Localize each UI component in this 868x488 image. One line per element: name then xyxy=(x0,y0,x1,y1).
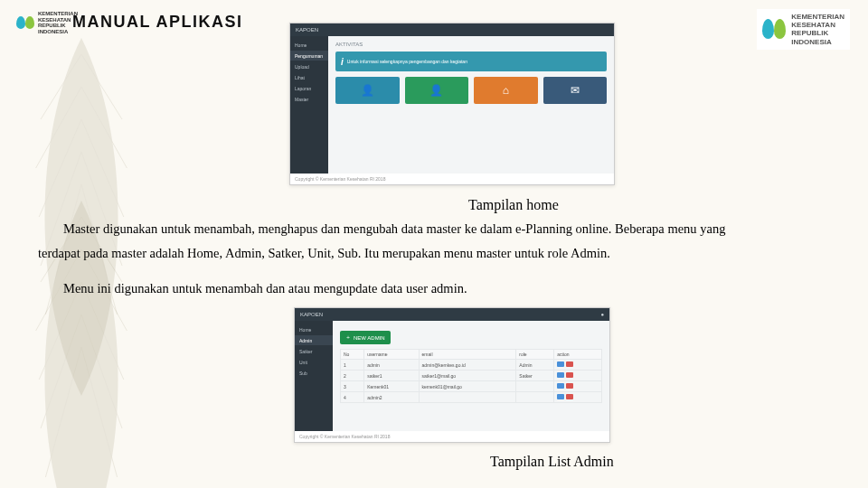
sidebar-item: Admin xyxy=(295,335,333,345)
ss-home-topbar: KAPOEN xyxy=(290,23,614,36)
delete-icon xyxy=(566,372,573,378)
screenshot-admin: KAPOEN ● Home Admin Satker Unit Sub ＋ NE… xyxy=(294,307,610,443)
td: admin@kemkes.go.id xyxy=(419,360,516,371)
td-action xyxy=(554,371,602,381)
td-action xyxy=(554,360,602,371)
caption-admin: Tampilan List Admin xyxy=(490,454,614,470)
paragraph-master-cont: terdapat pada master adalah Home, Admin,… xyxy=(38,241,839,267)
admin-table: No username email role action 1adminadmi… xyxy=(340,349,602,403)
edit-icon xyxy=(557,372,564,378)
ss-admin-main: ＋ NEW ADMIN No username email role actio… xyxy=(333,321,609,431)
info-text: Untuk informasi selengkapnya pengembanga… xyxy=(347,59,467,64)
td xyxy=(419,392,516,403)
ss-home-breadcrumb: AKTIVITAS xyxy=(335,42,607,47)
edit-icon xyxy=(557,383,564,389)
page-title: MANUAL APLIKASI xyxy=(72,13,243,32)
kemenkes-logo-icon xyxy=(16,14,34,32)
ss-home-infobar: i Untuk informasi selengkapnya pengemban… xyxy=(335,52,607,71)
table-row: 4admin2 xyxy=(341,392,602,403)
td: Kemenk01 xyxy=(364,381,419,392)
sidebar-item: Sub xyxy=(295,368,333,378)
td: satker1@mail.go xyxy=(419,371,516,381)
ss-home-brand: KAPOEN xyxy=(296,27,318,33)
table-row: 3Kemenk01kemenk01@mail.go xyxy=(341,381,602,392)
edit-icon xyxy=(557,394,564,399)
ss-home-footer: Copyright © Kementerian Kesehatan RI 201… xyxy=(290,174,614,184)
ss-admin-footer: Copyright © Kementerian Kesehatan RI 201… xyxy=(295,431,609,442)
tile-person: 👤 xyxy=(335,77,400,104)
sidebar-item: Satker xyxy=(295,346,333,356)
td: 3 xyxy=(341,381,364,392)
table-header-row: No username email role action xyxy=(341,350,602,360)
th: username xyxy=(364,350,419,360)
paragraph-menu: Menu ini digunakan untuk menambah dan at… xyxy=(38,277,839,302)
th: email xyxy=(419,350,516,360)
new-admin-label: NEW ADMIN xyxy=(354,335,385,341)
ss-home-sidebar: Home Pengumuman Upload Lihat Laporan Mas… xyxy=(290,36,328,174)
tile-home: ⌂ xyxy=(474,77,538,104)
td: Satker xyxy=(516,371,554,381)
caption-home: Tampilan home xyxy=(468,197,559,213)
sidebar-item: Home xyxy=(290,40,328,50)
home-icon: ⌂ xyxy=(503,84,509,98)
person-icon: 👤 xyxy=(361,84,374,98)
logo-right: KEMENTERIAN KESEHATAN REPUBLIK INDONESIA xyxy=(757,9,850,50)
ss-home-tiles: 👤 👤 ⌂ ✉ xyxy=(335,77,607,104)
td: 1 xyxy=(341,360,364,371)
ss-admin-sidebar: Home Admin Satker Unit Sub xyxy=(295,321,333,431)
delete-icon xyxy=(566,394,573,399)
info-icon: i xyxy=(341,57,344,67)
td: kemenk01@mail.go xyxy=(419,381,516,392)
th: role xyxy=(516,350,554,360)
th: action xyxy=(554,350,602,360)
sidebar-item: Lihat xyxy=(290,72,328,82)
td-action xyxy=(554,381,602,392)
table-row: 1adminadmin@kemkes.go.idAdmin xyxy=(341,360,602,371)
td: 4 xyxy=(341,392,364,403)
td-action xyxy=(554,392,602,403)
mail-icon: ✉ xyxy=(571,84,580,98)
logo-right-text: KEMENTERIAN KESEHATAN REPUBLIK INDONESIA xyxy=(791,13,844,46)
td: admin2 xyxy=(364,392,419,403)
sidebar-item: Master xyxy=(290,94,328,104)
delete-icon xyxy=(566,383,573,389)
th: No xyxy=(341,350,364,360)
sidebar-item: Unit xyxy=(295,357,333,367)
sidebar-item: Home xyxy=(295,324,333,334)
delete-icon xyxy=(566,361,573,367)
sidebar-item: Laporan xyxy=(290,83,328,93)
paragraph-master: Master digunakan untuk menambah, menghap… xyxy=(38,217,839,242)
td xyxy=(516,392,554,403)
user-icon: ● xyxy=(600,312,604,317)
kemenkes-logo-icon xyxy=(762,14,786,43)
tile-person: 👤 xyxy=(405,77,469,104)
ss-admin-topbar: KAPOEN ● xyxy=(295,308,609,321)
new-admin-button: ＋ NEW ADMIN xyxy=(340,331,391,344)
ss-home-main: AKTIVITAS i Untuk informasi selengkapnya… xyxy=(328,36,614,174)
sidebar-item: Pengumuman xyxy=(290,51,328,61)
td xyxy=(516,381,554,392)
td: Admin xyxy=(516,360,554,371)
td: satker1 xyxy=(364,371,419,381)
tile-mail: ✉ xyxy=(543,77,608,104)
edit-icon xyxy=(557,361,564,367)
td: admin xyxy=(364,360,419,371)
logo-small-left: KEMENTERIAN KESEHATAN REPUBLIK INDONESIA xyxy=(16,11,78,34)
screenshot-home: KAPOEN Home Pengumuman Upload Lihat Lapo… xyxy=(289,23,615,185)
table-row: 2satker1satker1@mail.goSatker xyxy=(341,371,602,381)
ss-admin-brand: KAPOEN xyxy=(300,312,323,317)
person-icon: 👤 xyxy=(429,84,443,98)
plus-icon: ＋ xyxy=(345,333,351,342)
sidebar-item: Upload xyxy=(290,61,328,71)
td: 2 xyxy=(341,371,364,381)
